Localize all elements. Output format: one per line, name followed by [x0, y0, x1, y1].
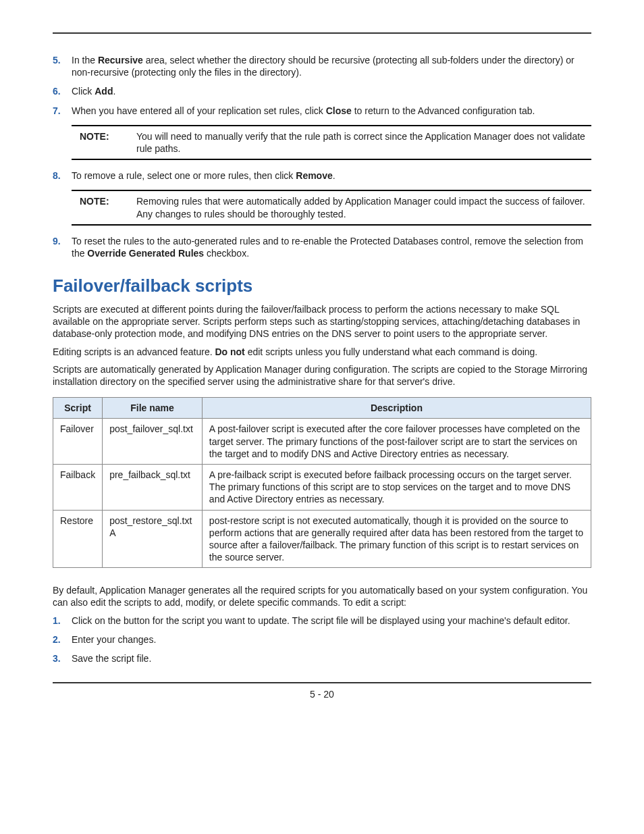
step-body: Enter your changes. [72, 633, 591, 646]
step-body: Click Add. [72, 85, 591, 97]
step-item: 9.To reset the rules to the auto-generat… [53, 235, 591, 259]
step-body: To remove a rule, select one or more rul… [72, 170, 591, 182]
body-para: Scripts are executed at different points… [53, 303, 591, 340]
page-number: 5 - 20 [310, 689, 334, 700]
table-cell: post_restore_sql.txt A [103, 510, 203, 568]
step-number: 1. [53, 615, 72, 627]
step-item: 5.In the Recursive area, select whether … [53, 54, 591, 78]
step-body: When you have entered all of your replic… [72, 105, 591, 117]
step-list-d: 1.Click on the button for the script you… [53, 615, 591, 665]
table-row: Failoverpost_failover_sql.txtA post-fail… [53, 419, 591, 465]
table-row: Restorepost_restore_sql.txt A post-resto… [53, 510, 591, 568]
table-cell: Restore [53, 510, 103, 568]
table-cell: A pre-failback script is executed before… [202, 464, 591, 510]
step-item: 7.When you have entered all of your repl… [53, 105, 591, 117]
step-item: 2.Enter your changes. [53, 633, 591, 646]
step-number: 5. [53, 54, 72, 78]
footer: 5 - 20 [53, 682, 591, 700]
step-item: 8.To remove a rule, select one or more r… [53, 170, 591, 182]
body-para: Scripts are automatically generated by A… [53, 363, 591, 388]
table-cell: A post-failover script is executed after… [202, 419, 591, 465]
step-number: 6. [53, 85, 72, 97]
scripts-table: Script File name Description Failoverpos… [53, 397, 591, 568]
note-box-2: NOTE: Removing rules that were automatic… [72, 190, 591, 225]
note-label: NOTE: [76, 195, 136, 219]
table-cell: post_failover_sql.txt [103, 419, 203, 465]
step-body: Save the script file. [72, 652, 591, 664]
note-box-1: NOTE: You will need to manually verify t… [72, 125, 591, 160]
step-body: To reset the rules to the auto-generated… [72, 235, 591, 259]
note-label: NOTE: [76, 130, 136, 155]
body-para: Editing scripts is an advanced feature. … [53, 346, 591, 358]
table-cell: pre_failback_sql.txt [103, 464, 203, 510]
step-body: In the Recursive area, select whether th… [72, 54, 591, 78]
step-list-b: 8.To remove a rule, select one or more r… [53, 170, 591, 182]
table-cell: Failover [53, 419, 103, 465]
step-number: 9. [53, 235, 72, 259]
note-text: Removing rules that were automatically a… [136, 195, 587, 219]
step-item: 6.Click Add. [53, 85, 591, 97]
step-list-a: 5.In the Recursive area, select whether … [53, 54, 591, 117]
step-number: 3. [53, 652, 72, 664]
step-list-c: 9.To reset the rules to the auto-generat… [53, 235, 591, 259]
step-item: 1.Click on the button for the script you… [53, 615, 591, 627]
step-number: 2. [53, 633, 72, 646]
step-item: 3.Save the script file. [53, 652, 591, 664]
step-body: Click on the button for the script you w… [72, 615, 591, 627]
table-row: Failbackpre_failback_sql.txtA pre-failba… [53, 464, 591, 510]
section-heading: Failover/failback scripts [53, 276, 591, 296]
note-text: You will need to manually verify that th… [136, 130, 587, 155]
table-cell: post-restore script is not executed auto… [202, 510, 591, 568]
body-paragraphs: Scripts are executed at different points… [53, 303, 591, 388]
table-header-filename: File name [103, 398, 203, 419]
table-header-description: Description [202, 398, 591, 419]
step-number: 8. [53, 170, 72, 182]
table-cell: Failback [53, 464, 103, 510]
step-number: 7. [53, 105, 72, 117]
table-header-script: Script [53, 398, 103, 419]
top-rule [53, 32, 591, 34]
post-table-para: By default, Application Manager generate… [53, 584, 591, 608]
